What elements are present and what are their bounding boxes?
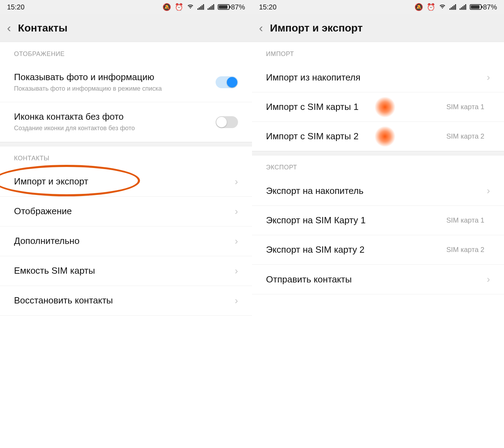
toggle-show-photo[interactable] xyxy=(216,76,238,88)
status-time: 15:20 xyxy=(259,3,276,11)
wifi-icon xyxy=(439,4,446,10)
row-title: Импорт с SIM карты 1 xyxy=(266,102,446,112)
row-export-sim1[interactable]: Экспорт на SIM Карту 1 SIM карта 1 xyxy=(252,206,504,235)
row-title: Отправить контакты xyxy=(266,274,487,285)
back-button[interactable]: ‹ xyxy=(7,21,11,35)
phone-left: 15:20 🔕 ⏰ 87% ‹ Контакты ОТОБРАЖЕНИЕ Пок… xyxy=(0,0,252,448)
row-title: Дополнительно xyxy=(14,236,235,246)
row-sim-capacity[interactable]: Емкость SIM карты › xyxy=(0,256,252,286)
chevron-right-icon: › xyxy=(487,274,490,285)
section-display-label: ОТОБРАЖЕНИЕ xyxy=(0,42,252,63)
status-icons: 🔕 ⏰ 87% xyxy=(162,3,245,11)
battery-pct: 87% xyxy=(483,3,497,11)
row-value: SIM карта 1 xyxy=(446,103,484,111)
battery-icon: 87% xyxy=(470,3,497,11)
row-export-sim2[interactable]: Экспорт на SIM карту 2 SIM карта 2 xyxy=(252,235,504,265)
row-title: Отображение xyxy=(14,206,235,217)
wifi-icon xyxy=(187,4,194,10)
status-bar: 15:20 🔕 ⏰ 87% xyxy=(252,0,504,14)
row-value: SIM карта 2 xyxy=(446,246,484,254)
row-title: Показывать фото и информацию xyxy=(14,72,216,83)
row-show-photo-info[interactable]: Показывать фото и информацию Показывать … xyxy=(0,63,252,102)
section-separator xyxy=(0,142,252,146)
chevron-right-icon: › xyxy=(235,295,238,306)
chevron-right-icon: › xyxy=(235,176,238,187)
page-title: Контакты xyxy=(18,22,67,34)
row-title: Емкость SIM карты xyxy=(14,265,235,276)
phone-right: 15:20 🔕 ⏰ 87% ‹ Импорт и экспорт ИМПОРТ … xyxy=(252,0,504,448)
header: ‹ Контакты xyxy=(0,14,252,42)
back-button[interactable]: ‹ xyxy=(259,21,263,35)
row-export-to-storage[interactable]: Экспорт на накопитель › xyxy=(252,176,504,206)
alarm-icon: ⏰ xyxy=(427,4,435,10)
status-icons: 🔕 ⏰ 87% xyxy=(414,3,497,11)
row-title: Экспорт на SIM карту 2 xyxy=(266,244,446,255)
chevron-right-icon: › xyxy=(235,206,238,217)
row-contact-icon-no-photo[interactable]: Иконка контакта без фото Создание иконки… xyxy=(0,102,252,142)
row-title: Иконка контакта без фото xyxy=(14,111,216,122)
row-value: SIM карта 1 xyxy=(446,216,484,224)
alarm-icon: ⏰ xyxy=(175,4,183,10)
row-send-contacts[interactable]: Отправить контакты › xyxy=(252,265,504,294)
signal1-icon xyxy=(197,4,204,10)
row-title: Экспорт на накопитель xyxy=(266,186,487,196)
mute-icon: 🔕 xyxy=(414,4,423,10)
row-import-export[interactable]: Импорт и экспорт › xyxy=(0,167,252,197)
content-right: ИМПОРТ Импорт из накопителя › Импорт с S… xyxy=(252,42,504,448)
section-contacts-label: КОНТАКТЫ xyxy=(0,146,252,167)
battery-pct: 87% xyxy=(231,3,245,11)
row-subtitle: Создание иконки для контактов без фото xyxy=(14,124,216,132)
row-title: Импорт с SIM карты 2 xyxy=(266,131,446,142)
content-left: ОТОБРАЖЕНИЕ Показывать фото и информацию… xyxy=(0,42,252,448)
chevron-right-icon: › xyxy=(235,236,238,247)
row-value: SIM карта 2 xyxy=(446,132,484,140)
row-advanced[interactable]: Дополнительно › xyxy=(0,226,252,256)
section-import-label: ИМПОРТ xyxy=(252,42,504,63)
section-separator xyxy=(252,151,504,155)
status-time: 15:20 xyxy=(7,3,24,11)
header: ‹ Импорт и экспорт xyxy=(252,14,504,42)
row-import-sim2[interactable]: Импорт с SIM карты 2 SIM карта 2 xyxy=(252,122,504,151)
row-import-from-storage[interactable]: Импорт из накопителя › xyxy=(252,63,504,92)
section-export-label: ЭКСПОРТ xyxy=(252,155,504,176)
row-import-sim1[interactable]: Импорт с SIM карты 1 SIM карта 1 xyxy=(252,92,504,122)
toggle-contact-icon[interactable] xyxy=(216,116,238,128)
status-bar: 15:20 🔕 ⏰ 87% xyxy=(0,0,252,14)
chevron-right-icon: › xyxy=(487,72,490,83)
signal2-icon xyxy=(460,4,466,10)
mute-icon: 🔕 xyxy=(162,4,171,10)
row-title: Импорт из накопителя xyxy=(266,72,487,83)
signal1-icon xyxy=(449,4,456,10)
page-title: Импорт и экспорт xyxy=(270,22,363,34)
row-title: Импорт и экспорт xyxy=(14,176,235,187)
row-title: Экспорт на SIM Карту 1 xyxy=(266,215,446,226)
chevron-right-icon: › xyxy=(235,265,238,276)
row-display[interactable]: Отображение › xyxy=(0,197,252,226)
signal2-icon xyxy=(208,4,214,10)
row-title: Восстановить контакты xyxy=(14,295,235,306)
battery-icon: 87% xyxy=(218,3,245,11)
chevron-right-icon: › xyxy=(487,185,490,196)
row-restore-contacts[interactable]: Восстановить контакты › xyxy=(0,286,252,316)
row-subtitle: Показывать фото и информацию в режиме сп… xyxy=(14,85,216,93)
